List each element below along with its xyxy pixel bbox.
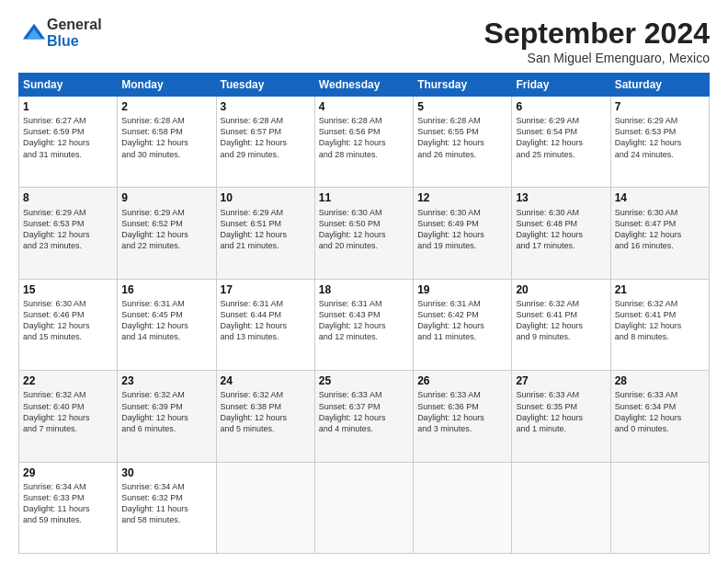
weekday-header-row: SundayMondayTuesdayWednesdayThursdayFrid…	[19, 74, 710, 97]
day-info-line: and 58 minutes.	[121, 514, 211, 525]
day-number: 28	[615, 373, 705, 388]
day-number: 2	[121, 99, 211, 114]
logo-blue: Blue	[47, 33, 102, 50]
day-info-line: Sunset: 6:47 PM	[615, 218, 705, 229]
month-title: September 2024	[484, 17, 710, 51]
logo-general: General	[47, 17, 102, 33]
calendar-cell	[512, 462, 610, 553]
day-number: 7	[615, 99, 705, 114]
day-info-line: Sunset: 6:36 PM	[417, 401, 507, 412]
day-number: 23	[121, 373, 211, 388]
day-info-line: Daylight: 12 hours	[615, 137, 705, 148]
day-number: 29	[23, 465, 113, 480]
weekday-tuesday: Tuesday	[216, 74, 314, 97]
day-info-line: Sunset: 6:45 PM	[121, 309, 211, 320]
day-info-line: and 13 minutes.	[221, 331, 311, 342]
day-info-line: Daylight: 12 hours	[417, 320, 507, 331]
day-info-line: and 7 minutes.	[23, 423, 113, 434]
day-number: 1	[23, 99, 113, 114]
day-info-line: Sunrise: 6:31 AM	[121, 298, 211, 309]
day-info-line: Daylight: 12 hours	[615, 229, 705, 240]
day-info-line: Sunrise: 6:33 AM	[417, 389, 507, 400]
day-number: 14	[615, 190, 705, 205]
title-block: September 2024 San Miguel Emenguaro, Mex…	[484, 17, 710, 65]
day-number: 6	[516, 99, 606, 114]
calendar-cell: 23Sunrise: 6:32 AMSunset: 6:39 PMDayligh…	[118, 371, 216, 462]
calendar-cell: 28Sunrise: 6:33 AMSunset: 6:34 PMDayligh…	[610, 371, 709, 462]
day-info-line: and 9 minutes.	[516, 331, 606, 342]
calendar-cell: 20Sunrise: 6:32 AMSunset: 6:41 PMDayligh…	[512, 279, 610, 370]
day-info-line: Sunset: 6:39 PM	[121, 401, 211, 412]
day-info-line: Sunrise: 6:32 AM	[121, 389, 211, 400]
day-info-line: Sunrise: 6:33 AM	[319, 389, 409, 400]
day-info-line: and 3 minutes.	[417, 423, 507, 434]
calendar-cell: 2Sunrise: 6:28 AMSunset: 6:58 PMDaylight…	[118, 97, 216, 188]
day-info-line: and 30 minutes.	[121, 149, 211, 160]
calendar-cell: 21Sunrise: 6:32 AMSunset: 6:41 PMDayligh…	[610, 279, 709, 370]
location: San Miguel Emenguaro, Mexico	[484, 51, 710, 65]
day-info-line: Daylight: 12 hours	[319, 412, 409, 423]
day-info-line: and 20 minutes.	[319, 240, 409, 251]
day-info-line: Daylight: 12 hours	[23, 229, 113, 240]
day-number: 5	[417, 99, 507, 114]
day-number: 26	[417, 373, 507, 388]
day-info-line: Daylight: 12 hours	[319, 137, 409, 148]
day-info-line: and 28 minutes.	[319, 149, 409, 160]
day-info-line: Daylight: 12 hours	[615, 320, 705, 331]
day-info-line: Sunrise: 6:34 AM	[23, 481, 113, 492]
day-info-line: Sunrise: 6:34 AM	[121, 481, 211, 492]
day-info-line: and 23 minutes.	[23, 240, 113, 251]
day-info-line: and 26 minutes.	[417, 149, 507, 160]
calendar-cell: 18Sunrise: 6:31 AMSunset: 6:43 PMDayligh…	[314, 279, 413, 370]
day-info-line: Daylight: 12 hours	[121, 229, 211, 240]
day-number: 20	[516, 282, 606, 297]
day-info-line: and 21 minutes.	[221, 240, 311, 251]
day-info-line: Sunrise: 6:29 AM	[121, 207, 211, 218]
day-info-line: Sunset: 6:49 PM	[417, 218, 507, 229]
day-info-line: Sunset: 6:38 PM	[221, 401, 311, 412]
day-info-line: Sunrise: 6:30 AM	[615, 207, 705, 218]
logo: General Blue	[18, 17, 102, 49]
weekday-monday: Monday	[118, 74, 216, 97]
calendar-cell: 19Sunrise: 6:31 AMSunset: 6:42 PMDayligh…	[414, 279, 512, 370]
calendar-cell: 6Sunrise: 6:29 AMSunset: 6:54 PMDaylight…	[512, 97, 610, 188]
day-info-line: Sunset: 6:50 PM	[319, 218, 409, 229]
day-info-line: Sunset: 6:41 PM	[615, 309, 705, 320]
day-number: 10	[221, 190, 311, 205]
day-info-line: Sunset: 6:53 PM	[615, 126, 705, 137]
day-info-line: Daylight: 12 hours	[319, 320, 409, 331]
day-info-line: and 29 minutes.	[221, 149, 311, 160]
day-info-line: Sunrise: 6:28 AM	[121, 115, 211, 126]
calendar-cell: 13Sunrise: 6:30 AMSunset: 6:48 PMDayligh…	[512, 188, 610, 279]
day-info-line: and 19 minutes.	[417, 240, 507, 251]
day-info-line: Daylight: 11 hours	[23, 503, 113, 514]
day-number: 30	[121, 465, 211, 480]
header: General Blue September 2024 San Miguel E…	[18, 17, 710, 65]
day-info-line: and 12 minutes.	[319, 331, 409, 342]
calendar-table: SundayMondayTuesdayWednesdayThursdayFrid…	[18, 73, 710, 554]
day-info-line: Sunset: 6:37 PM	[319, 401, 409, 412]
day-info-line: and 14 minutes.	[121, 331, 211, 342]
day-info-line: Sunset: 6:55 PM	[417, 126, 507, 137]
day-info-line: Sunset: 6:35 PM	[516, 401, 606, 412]
day-info-line: Sunrise: 6:28 AM	[221, 115, 311, 126]
day-info-line: and 11 minutes.	[417, 331, 507, 342]
day-number: 3	[221, 99, 311, 114]
day-info-line: Sunset: 6:48 PM	[516, 218, 606, 229]
day-info-line: Sunrise: 6:29 AM	[221, 207, 311, 218]
day-info-line: and 8 minutes.	[615, 331, 705, 342]
calendar-cell: 5Sunrise: 6:28 AMSunset: 6:55 PMDaylight…	[414, 97, 512, 188]
calendar-cell: 17Sunrise: 6:31 AMSunset: 6:44 PMDayligh…	[216, 279, 314, 370]
day-info-line: and 6 minutes.	[121, 423, 211, 434]
calendar-cell	[216, 462, 314, 553]
day-info-line: Sunset: 6:54 PM	[516, 126, 606, 137]
day-info-line: Sunrise: 6:31 AM	[319, 298, 409, 309]
day-info-line: Sunset: 6:51 PM	[221, 218, 311, 229]
day-info-line: Daylight: 11 hours	[121, 503, 211, 514]
day-info-line: Sunset: 6:34 PM	[615, 401, 705, 412]
calendar-cell: 27Sunrise: 6:33 AMSunset: 6:35 PMDayligh…	[512, 371, 610, 462]
day-info-line: Daylight: 12 hours	[221, 229, 311, 240]
day-info-line: Sunrise: 6:29 AM	[23, 207, 113, 218]
day-info-line: Sunset: 6:32 PM	[121, 492, 211, 503]
week-row-3: 15Sunrise: 6:30 AMSunset: 6:46 PMDayligh…	[19, 279, 710, 370]
